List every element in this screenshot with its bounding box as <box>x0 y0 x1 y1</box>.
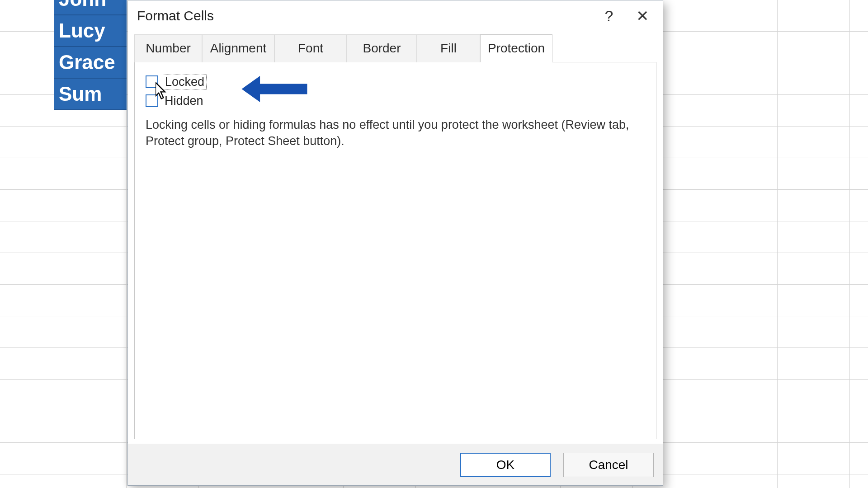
format-cells-dialog: Format Cells ? ✕ Number Alignment Font B… <box>127 0 663 486</box>
tab-protection[interactable]: Protection <box>480 34 552 62</box>
cell-john[interactable]: John <box>54 0 127 15</box>
hidden-row: Hidden <box>146 91 645 110</box>
cell-sum[interactable]: Sum <box>54 79 127 110</box>
tab-alignment[interactable]: Alignment <box>202 34 274 62</box>
close-button[interactable]: ✕ <box>626 3 659 28</box>
locked-checkbox[interactable] <box>146 75 158 88</box>
dialog-footer: OK Cancel <box>128 444 663 485</box>
tab-font[interactable]: Font <box>274 34 347 62</box>
dialog-title: Format Cells <box>137 8 592 23</box>
tab-border[interactable]: Border <box>347 34 417 62</box>
dialog-titlebar: Format Cells ? ✕ <box>128 0 663 31</box>
help-button[interactable]: ? <box>592 3 626 28</box>
cancel-button[interactable]: Cancel <box>563 453 654 477</box>
ok-button[interactable]: OK <box>460 453 551 477</box>
locked-label: Locked <box>163 75 207 89</box>
locked-row: Locked <box>146 72 645 91</box>
protection-panel: Locked Hidden Locking cells or hiding fo… <box>134 62 656 439</box>
dialog-tabs: Number Alignment Font Border Fill Protec… <box>134 34 656 62</box>
protection-info-text: Locking cells or hiding formulas has no … <box>146 117 634 150</box>
hidden-label: Hidden <box>163 94 205 108</box>
tab-number[interactable]: Number <box>134 34 202 62</box>
hidden-checkbox[interactable] <box>146 94 158 107</box>
selected-column: John Lucy Grace Sum <box>54 0 127 110</box>
tab-fill[interactable]: Fill <box>417 34 480 62</box>
cell-lucy[interactable]: Lucy <box>54 15 127 47</box>
cell-grace[interactable]: Grace <box>54 47 127 79</box>
